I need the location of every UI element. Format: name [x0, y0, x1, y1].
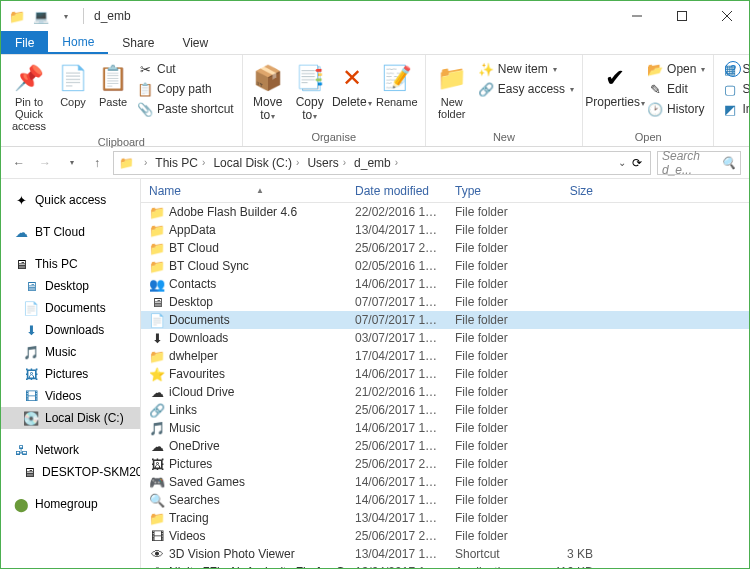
- select-none-button[interactable]: ▢Select none: [720, 80, 750, 98]
- refresh-button[interactable]: ⟳: [628, 156, 646, 170]
- paste-button[interactable]: 📋 Paste: [95, 60, 131, 110]
- file-row[interactable]: ⬇Ninite 7Zip Air Audacity Firefox Google…: [141, 563, 749, 568]
- breadcrumb-item[interactable]: d_emb›: [350, 156, 402, 170]
- file-date: 13/04/2017 14:32: [347, 223, 447, 237]
- file-name: Downloads: [169, 331, 228, 345]
- copy-button[interactable]: 📄 Copy: [55, 60, 91, 110]
- nav-bt-cloud[interactable]: ☁BT Cloud: [1, 221, 140, 243]
- file-row[interactable]: 👁3D Vision Photo Viewer13/04/2017 15:33S…: [141, 545, 749, 563]
- ribbon-group-clipboard: 📌 Pin to Quick access 📄 Copy 📋 Paste ✂Cu…: [1, 55, 243, 146]
- copy-to-button[interactable]: 📑Copy to▾: [291, 60, 329, 124]
- file-name: Tracing: [169, 511, 209, 525]
- homegroup-icon: ⬤: [13, 496, 29, 512]
- file-type: File folder: [447, 349, 541, 363]
- nav-quick-access[interactable]: ✦Quick access: [1, 189, 140, 211]
- up-button[interactable]: ↑: [87, 153, 107, 173]
- copy-path-icon: 📋: [137, 81, 153, 97]
- file-row[interactable]: 🎮Saved Games14/06/2017 19:08File folder: [141, 473, 749, 491]
- file-size: 3 KB: [541, 547, 601, 561]
- file-row[interactable]: 🎞Videos25/06/2017 20:23File folder: [141, 527, 749, 545]
- invert-selection-button[interactable]: ◩Invert selection: [720, 100, 750, 118]
- file-row[interactable]: 🔗Links25/06/2017 19:52File folder: [141, 401, 749, 419]
- file-row[interactable]: 👥Contacts14/06/2017 19:08File folder: [141, 275, 749, 293]
- file-row[interactable]: ⬇Downloads03/07/2017 11:23File folder: [141, 329, 749, 347]
- close-button[interactable]: [704, 1, 749, 31]
- ribbon-tabs: File Home Share View: [1, 31, 749, 55]
- history-button[interactable]: 🕑History: [645, 100, 707, 118]
- column-name[interactable]: Name▲: [141, 184, 347, 198]
- rename-button[interactable]: 📝Rename: [375, 60, 419, 110]
- file-row[interactable]: 🖼Pictures25/06/2017 20:00File folder: [141, 455, 749, 473]
- file-icon: 📁: [149, 348, 165, 364]
- file-row[interactable]: 🎵Music14/06/2017 19:08File folder: [141, 419, 749, 437]
- delete-button[interactable]: ✕Delete▾: [333, 60, 371, 111]
- paste-shortcut-button[interactable]: 📎Paste shortcut: [135, 100, 236, 118]
- nav-music[interactable]: 🎵Music: [1, 341, 140, 363]
- nav-desktop[interactable]: 🖥Desktop: [1, 275, 140, 297]
- breadcrumb-item[interactable]: Users›: [303, 156, 350, 170]
- copy-path-button[interactable]: 📋Copy path: [135, 80, 236, 98]
- file-row[interactable]: 🖥Desktop07/07/2017 17:43File folder: [141, 293, 749, 311]
- file-row[interactable]: 📁BT Cloud Sync02/05/2016 17:25File folde…: [141, 257, 749, 275]
- file-row[interactable]: 📄Documents07/07/2017 17:35File folder: [141, 311, 749, 329]
- nav-network-computer[interactable]: 🖥DESKTOP-SKM20LT: [1, 461, 140, 483]
- file-type: File folder: [447, 277, 541, 291]
- file-row[interactable]: 📁AppData13/04/2017 14:32File folder: [141, 221, 749, 239]
- file-row[interactable]: 📁dwhelper17/04/2017 16:37File folder: [141, 347, 749, 365]
- file-icon: 🎵: [149, 420, 165, 436]
- nav-this-pc[interactable]: 🖥This PC: [1, 253, 140, 275]
- easy-access-button[interactable]: 🔗Easy access▾: [476, 80, 576, 98]
- column-type[interactable]: Type: [447, 184, 541, 198]
- search-input[interactable]: Search d_e... 🔍: [657, 151, 741, 175]
- minimize-button[interactable]: [614, 1, 659, 31]
- tab-share[interactable]: Share: [108, 31, 168, 54]
- recent-locations-button[interactable]: ▾: [61, 153, 81, 173]
- file-icon: 🎞: [149, 528, 165, 544]
- move-to-button[interactable]: 📦Move to▾: [249, 60, 287, 124]
- new-item-button[interactable]: ✨New item▾: [476, 60, 576, 78]
- breadcrumb-item[interactable]: Local Disk (C:)›: [209, 156, 303, 170]
- nav-homegroup[interactable]: ⬤Homegroup: [1, 493, 140, 515]
- file-icon: 📁: [149, 510, 165, 526]
- file-row[interactable]: ☁iCloud Drive21/02/2016 14:36File folder: [141, 383, 749, 401]
- computer-icon[interactable]: 💻: [31, 6, 51, 26]
- file-date: 25/06/2017 19:52: [347, 403, 447, 417]
- chevron-down-icon[interactable]: ▾: [55, 6, 75, 26]
- forward-button[interactable]: →: [35, 153, 55, 173]
- column-size[interactable]: Size: [541, 184, 601, 198]
- maximize-button[interactable]: [659, 1, 704, 31]
- breadcrumb-item[interactable]: This PC›: [151, 156, 209, 170]
- file-row[interactable]: ☁OneDrive25/06/2017 19:52File folder: [141, 437, 749, 455]
- properties-button[interactable]: ✔Properties▾: [589, 60, 641, 111]
- help-icon[interactable]: ?: [725, 61, 741, 77]
- edit-icon: ✎: [647, 81, 663, 97]
- nav-pictures[interactable]: 🖼Pictures: [1, 363, 140, 385]
- file-row[interactable]: 📁BT Cloud25/06/2017 20:03File folder: [141, 239, 749, 257]
- file-row[interactable]: ⭐Favourites14/06/2017 19:08File folder: [141, 365, 749, 383]
- crumb-root-chevron[interactable]: ›: [136, 157, 151, 168]
- nav-network[interactable]: 🖧Network: [1, 439, 140, 461]
- open-button[interactable]: 📂Open▾: [645, 60, 707, 78]
- tab-home[interactable]: Home: [48, 31, 108, 54]
- edit-button[interactable]: ✎Edit: [645, 80, 707, 98]
- new-folder-button[interactable]: 📁New folder: [432, 60, 472, 122]
- nav-downloads[interactable]: ⬇Downloads: [1, 319, 140, 341]
- column-date[interactable]: Date modified: [347, 184, 447, 198]
- address-dropdown-button[interactable]: ⌄: [618, 157, 626, 168]
- nav-videos[interactable]: 🎞Videos: [1, 385, 140, 407]
- back-button[interactable]: ←: [9, 153, 29, 173]
- file-type: File folder: [447, 205, 541, 219]
- address-bar[interactable]: 📁 › This PC› Local Disk (C:)› Users› d_e…: [113, 151, 651, 175]
- file-row[interactable]: 📁Adobe Flash Builder 4.622/02/2016 17:30…: [141, 203, 749, 221]
- tab-view[interactable]: View: [168, 31, 222, 54]
- pin-quick-access-button[interactable]: 📌 Pin to Quick access: [7, 60, 51, 134]
- folder-icon[interactable]: 📁: [7, 6, 27, 26]
- tab-file[interactable]: File: [1, 31, 48, 54]
- file-row[interactable]: 📁Tracing13/04/2017 15:33File folder: [141, 509, 749, 527]
- nav-documents[interactable]: 📄Documents: [1, 297, 140, 319]
- nav-local-disk[interactable]: 💽Local Disk (C:): [1, 407, 140, 429]
- cut-button[interactable]: ✂Cut: [135, 60, 236, 78]
- new-folder-icon: 📁: [436, 62, 468, 94]
- file-date: 14/06/2017 19:08: [347, 277, 447, 291]
- file-row[interactable]: 🔍Searches14/06/2017 19:08File folder: [141, 491, 749, 509]
